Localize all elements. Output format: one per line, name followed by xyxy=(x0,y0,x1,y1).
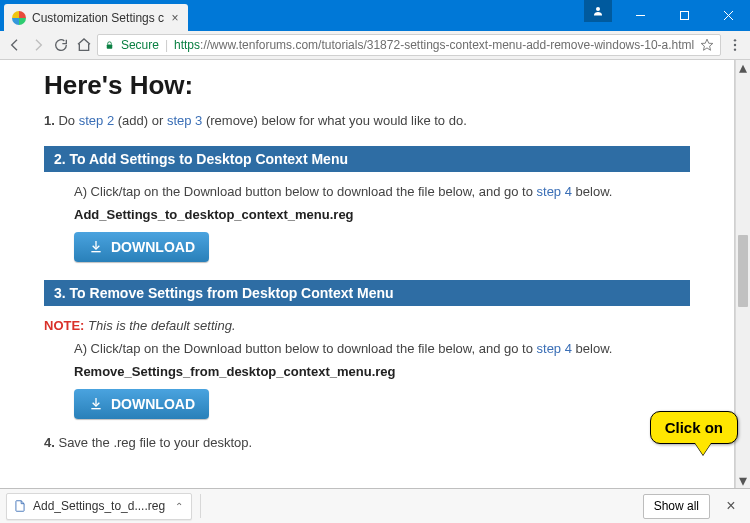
maximize-button[interactable] xyxy=(662,0,706,31)
show-all-button[interactable]: Show all xyxy=(643,494,710,519)
tab-favicon xyxy=(12,11,26,25)
lock-icon xyxy=(104,40,115,51)
page-heading: Here's How: xyxy=(44,70,690,101)
secure-label: Secure xyxy=(121,38,159,52)
svg-point-9 xyxy=(733,48,735,50)
home-button[interactable] xyxy=(74,33,93,57)
profile-icon[interactable] xyxy=(584,0,612,22)
link-step-2[interactable]: step 2 xyxy=(79,113,114,128)
note-line: NOTE: This is the default setting. xyxy=(44,318,690,333)
chevron-up-icon[interactable]: ⌃ xyxy=(175,501,183,512)
scroll-up-icon[interactable]: ▴ xyxy=(736,60,750,75)
window-controls xyxy=(618,0,750,31)
browser-toolbar: Secure | https://www.tenforums.com/tutor… xyxy=(0,31,750,60)
url-text: https://www.tenforums.com/tutorials/3187… xyxy=(174,38,694,52)
download-icon xyxy=(88,396,104,412)
download-icon xyxy=(88,239,104,255)
svg-rect-5 xyxy=(107,44,113,48)
address-bar[interactable]: Secure | https://www.tenforums.com/tutor… xyxy=(97,34,721,56)
step-4: 4. Save the .reg file to your desktop. xyxy=(44,435,690,450)
download-button-add[interactable]: DOWNLOAD xyxy=(74,232,209,262)
forward-button[interactable] xyxy=(29,33,48,57)
tab-strip: Customization Settings c × xyxy=(0,0,188,31)
link-step-4-a[interactable]: step 4 xyxy=(537,184,572,199)
downloads-bar: Add_Settings_to_d....reg ⌃ Show all × xyxy=(0,488,750,523)
svg-point-7 xyxy=(733,39,735,41)
download-item[interactable]: Add_Settings_to_d....reg ⌃ xyxy=(6,493,192,520)
svg-marker-6 xyxy=(701,39,713,50)
bookmark-star-icon[interactable] xyxy=(700,38,714,52)
filename-add: Add_Settings_to_desktop_context_menu.reg xyxy=(44,207,690,222)
close-icon[interactable]: × xyxy=(170,13,180,23)
svg-rect-2 xyxy=(680,12,688,20)
section-2-line-a: A) Click/tap on the Download button belo… xyxy=(44,184,690,199)
tab-title: Customization Settings c xyxy=(32,11,164,25)
scroll-down-icon[interactable]: ▾ xyxy=(736,473,750,488)
step-1: 1. Do step 2 (add) or step 3 (remove) be… xyxy=(44,113,690,128)
page-viewport: Here's How: 1. Do step 2 (add) or step 3… xyxy=(0,60,750,488)
svg-point-8 xyxy=(733,44,735,46)
close-button[interactable] xyxy=(706,0,750,31)
back-button[interactable] xyxy=(6,33,25,57)
window-titlebar: Customization Settings c × xyxy=(0,0,750,31)
file-icon xyxy=(13,499,27,513)
section-3-header: 3. To Remove Settings from Desktop Conte… xyxy=(44,280,690,306)
download-button-remove[interactable]: DOWNLOAD xyxy=(74,389,209,419)
section-3-line-a: A) Click/tap on the Download button belo… xyxy=(44,341,690,356)
download-item-filename: Add_Settings_to_d....reg xyxy=(33,499,165,513)
browser-tab[interactable]: Customization Settings c × xyxy=(4,4,188,31)
link-step-3[interactable]: step 3 xyxy=(167,113,202,128)
svg-point-0 xyxy=(596,7,600,11)
scroll-thumb[interactable] xyxy=(738,235,748,307)
minimize-button[interactable] xyxy=(618,0,662,31)
browser-menu-button[interactable] xyxy=(725,33,744,57)
page-content[interactable]: Here's How: 1. Do step 2 (add) or step 3… xyxy=(0,60,735,488)
section-2-header: 2. To Add Settings to Desktop Context Me… xyxy=(44,146,690,172)
link-step-4-b[interactable]: step 4 xyxy=(537,341,572,356)
reload-button[interactable] xyxy=(51,33,70,57)
downloads-close-button[interactable]: × xyxy=(718,493,744,519)
filename-remove: Remove_Settings_from_desktop_context_men… xyxy=(44,364,690,379)
annotation-callout: Click on xyxy=(650,411,738,444)
